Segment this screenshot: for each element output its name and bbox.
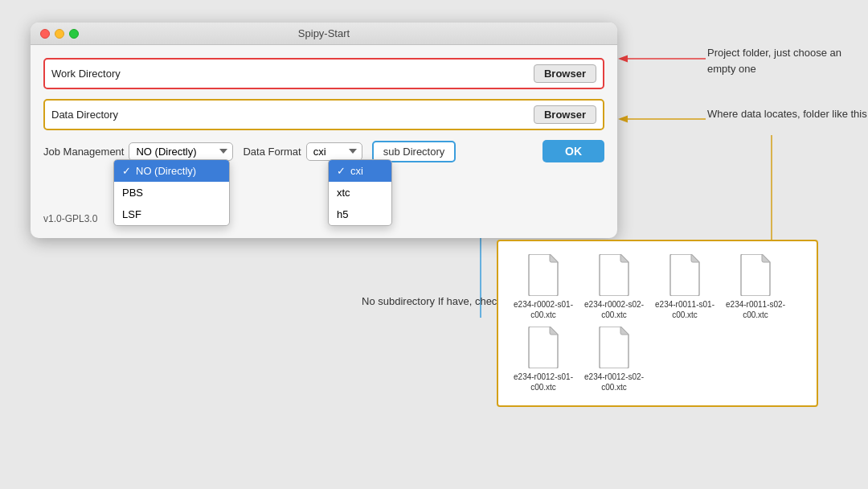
file-icon (738, 254, 773, 296)
data-format-label: Data Format (243, 146, 301, 158)
data-format-group: Data Format cxi xtc h5 (243, 142, 362, 161)
maximize-button[interactable] (69, 29, 79, 39)
file-name: e234-r0002-s02- c00.xtc (582, 299, 646, 320)
file-icon (596, 254, 632, 296)
format-item-h5[interactable]: h5 (329, 203, 391, 225)
file-name: e234-r0002-s01- c00.xtc (511, 299, 575, 320)
checkmark-icon-cxi: ✓ (337, 165, 346, 177)
checkmark-icon: ✓ (122, 165, 131, 177)
window-title: Spipy-Start (298, 27, 350, 39)
work-directory-label: Work Directory (51, 68, 140, 80)
job-management-group: Job Management NO (Directly) PBS LSF (43, 142, 233, 161)
dropdown-item-lsf[interactable]: LSF (114, 203, 229, 225)
file-item: e234-r0002-s01- c00.xtc (511, 254, 575, 320)
file-item: e234-r0012-s02- c00.xtc (582, 327, 646, 392)
work-directory-row: Work Directory Browser (43, 58, 604, 89)
file-name: e234-r0012-s02- c00.xtc (582, 372, 646, 392)
minimize-button[interactable] (55, 29, 64, 39)
main-window: Spipy-Start Work Directory Browser Data … (31, 23, 617, 238)
data-dir-annotation: Where data locates, folder like this (707, 106, 867, 122)
no-subdir-annotation: No subdirectory If have, check it (362, 294, 510, 310)
file-item: e234-r0011-s01- c00.xtc (653, 254, 717, 320)
version-label: v1.0-GPL3.0 (43, 213, 97, 224)
file-item: e234-r0002-s02- c00.xtc (582, 254, 646, 320)
dropdown-item-pbs[interactable]: PBS (114, 182, 229, 203)
data-format-dropdown: ✓ cxi xtc h5 (328, 159, 392, 226)
data-format-select[interactable]: cxi xtc h5 (306, 142, 362, 161)
file-item: e234-r0011-s02- c00.xtc (723, 254, 788, 320)
data-directory-row: Data Directory Browser (43, 99, 604, 130)
work-dir-annotation: Project folder, just choose an empty one (707, 45, 868, 76)
dropdown-item-no-directly[interactable]: ✓ NO (Directly) (114, 160, 229, 182)
file-icon (667, 254, 702, 296)
job-management-dropdown: ✓ NO (Directly) PBS LSF (113, 159, 230, 226)
ok-button[interactable]: OK (542, 140, 604, 162)
format-item-xtc[interactable]: xtc (329, 182, 391, 203)
file-panel: e234-r0002-s01- c00.xtc e234-r0002-s02- … (497, 240, 818, 407)
file-icon (596, 327, 632, 368)
work-directory-input[interactable] (148, 68, 534, 80)
file-name: e234-r0012-s01- c00.xtc (511, 372, 575, 392)
data-directory-input[interactable] (148, 109, 534, 121)
data-directory-label: Data Directory (51, 109, 140, 121)
file-item: e234-r0012-s01- c00.xtc (511, 327, 575, 392)
file-name: e234-r0011-s01- c00.xtc (653, 299, 717, 320)
work-directory-browser-button[interactable]: Browser (534, 64, 596, 83)
file-icon (526, 327, 561, 368)
traffic-lights (40, 29, 79, 39)
file-name: e234-r0011-s02- c00.xtc (723, 299, 788, 320)
job-management-select[interactable]: NO (Directly) PBS LSF (129, 142, 233, 161)
titlebar: Spipy-Start (31, 23, 617, 45)
job-management-label: Job Management (43, 146, 124, 158)
format-item-cxi[interactable]: ✓ cxi (329, 160, 391, 182)
file-icon (526, 254, 561, 296)
close-button[interactable] (40, 29, 50, 39)
data-directory-browser-button[interactable]: Browser (534, 105, 596, 124)
